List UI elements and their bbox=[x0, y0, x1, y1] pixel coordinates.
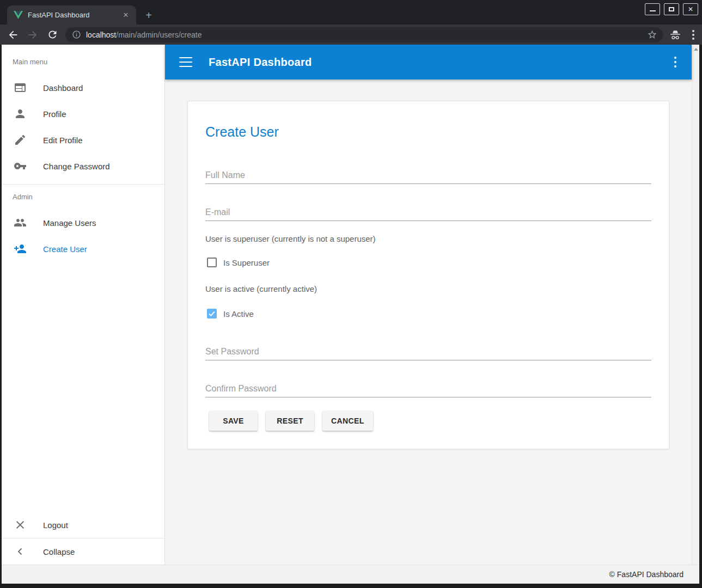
page-info-icon[interactable] bbox=[72, 30, 81, 39]
sidebar-item-dashboard[interactable]: Dashboard bbox=[2, 75, 164, 101]
maximize-button[interactable] bbox=[664, 3, 679, 15]
back-button[interactable] bbox=[7, 28, 20, 41]
sidebar-item-logout[interactable]: Logout bbox=[2, 512, 164, 538]
maximize-icon bbox=[669, 7, 674, 11]
sidebar-item-label: Collapse bbox=[43, 547, 75, 556]
sidebar-section-main-menu: Main menu bbox=[13, 56, 164, 68]
person-icon bbox=[14, 107, 27, 120]
incognito-icon bbox=[669, 29, 681, 40]
sidebar-item-label: Create User bbox=[43, 244, 87, 254]
browser-titlebar: FastAPI Dashboard ✕ + ✕ bbox=[0, 0, 702, 24]
minimize-button[interactable] bbox=[645, 3, 660, 15]
sidebar-item-label: Profile bbox=[43, 109, 66, 119]
sidebar-item-profile[interactable]: Profile bbox=[2, 101, 164, 127]
sidebar-item-label: Edit Profile bbox=[43, 136, 83, 145]
url-text: localhost/main/admin/users/create bbox=[86, 30, 647, 39]
arrow-back-icon bbox=[7, 29, 19, 41]
sidebar-item-label: Dashboard bbox=[43, 83, 83, 93]
browser-tab[interactable]: FastAPI Dashboard ✕ bbox=[7, 5, 136, 24]
browser-window: FastAPI Dashboard ✕ + ✕ localhost/main/a… bbox=[0, 0, 702, 588]
page-viewport: Main menu Dashboard Profile bbox=[2, 45, 699, 584]
close-button[interactable]: ✕ bbox=[683, 3, 698, 15]
superuser-note: User is superuser (currently is not a su… bbox=[205, 234, 651, 244]
sidebar-item-label: Logout bbox=[43, 520, 68, 530]
reload-button[interactable] bbox=[46, 28, 59, 41]
scrollbar[interactable] bbox=[692, 45, 699, 584]
scrollbar-up-icon[interactable] bbox=[692, 45, 700, 53]
url-path: /main/admin/users/create bbox=[116, 30, 202, 39]
reload-icon bbox=[47, 29, 58, 40]
copyright-text: © FastAPI Dashboard bbox=[609, 570, 683, 579]
sidebar-item-label: Manage Users bbox=[43, 218, 96, 228]
active-note: User is active (currently active) bbox=[205, 284, 651, 294]
form-buttons: SAVE RESET CANCEL bbox=[209, 411, 651, 431]
hamburger-menu-icon[interactable] bbox=[179, 57, 192, 67]
sidebar: Main menu Dashboard Profile bbox=[2, 45, 165, 565]
pencil-icon bbox=[14, 133, 27, 146]
chevron-left-icon bbox=[14, 545, 27, 558]
save-button[interactable]: SAVE bbox=[209, 411, 258, 431]
window-controls: ✕ bbox=[645, 3, 698, 15]
sidebar-bottom: Logout Collapse bbox=[2, 512, 164, 565]
page-title: Create User bbox=[205, 124, 651, 140]
close-icon: ✕ bbox=[688, 6, 693, 13]
reset-button[interactable]: RESET bbox=[266, 411, 314, 431]
vue-logo-icon bbox=[14, 11, 23, 19]
browser-toolbar: localhost/main/admin/users/create bbox=[0, 24, 702, 45]
people-icon bbox=[14, 216, 27, 229]
is-superuser-checkbox[interactable] bbox=[207, 258, 217, 267]
bookmark-star-icon[interactable] bbox=[647, 29, 657, 40]
url-host: localhost bbox=[86, 30, 116, 39]
address-bar[interactable]: localhost/main/admin/users/create bbox=[65, 27, 663, 42]
sidebar-item-create-user[interactable]: Create User bbox=[2, 236, 164, 262]
window-border-bottom bbox=[0, 584, 702, 588]
checkmark-icon bbox=[207, 309, 216, 318]
sidebar-item-change-password[interactable]: Change Password bbox=[2, 153, 164, 179]
sidebar-section-admin: Admin bbox=[13, 191, 164, 203]
main-area: FastAPI Dashboard Create User User is su… bbox=[165, 45, 692, 565]
is-active-checkbox[interactable] bbox=[207, 309, 217, 318]
minimize-icon bbox=[650, 10, 656, 11]
dashboard-icon bbox=[14, 81, 27, 94]
arrow-forward-icon bbox=[27, 29, 39, 41]
key-icon bbox=[14, 160, 27, 173]
sidebar-item-label: Change Password bbox=[43, 162, 110, 171]
email-input[interactable] bbox=[205, 204, 651, 221]
sidebar-item-manage-users[interactable]: Manage Users bbox=[2, 210, 164, 236]
toolbar-right bbox=[669, 29, 694, 40]
window-border-left bbox=[0, 45, 2, 588]
main-content: Create User User is superuser (currently… bbox=[165, 79, 692, 546]
app-bar-overflow-icon[interactable] bbox=[674, 57, 676, 68]
confirm-password-input[interactable] bbox=[205, 380, 651, 397]
app-bar-title: FastAPI Dashboard bbox=[209, 56, 312, 69]
create-user-card: Create User User is superuser (currently… bbox=[187, 101, 669, 449]
tab-title: FastAPI Dashboard bbox=[28, 11, 121, 19]
sidebar-divider bbox=[2, 184, 164, 185]
full-name-input[interactable] bbox=[205, 167, 651, 184]
cancel-button[interactable]: CANCEL bbox=[322, 411, 373, 431]
page-footer: © FastAPI Dashboard bbox=[2, 565, 699, 584]
set-password-input[interactable] bbox=[205, 343, 651, 360]
is-active-label: Is Active bbox=[223, 309, 254, 318]
person-add-icon bbox=[14, 242, 27, 255]
app-bar: FastAPI Dashboard bbox=[165, 45, 692, 79]
is-superuser-label: Is Superuser bbox=[223, 258, 270, 267]
sidebar-item-edit-profile[interactable]: Edit Profile bbox=[2, 127, 164, 153]
new-tab-button[interactable]: + bbox=[142, 9, 155, 22]
window-border-right bbox=[699, 45, 702, 588]
sidebar-item-collapse[interactable]: Collapse bbox=[2, 538, 164, 565]
tab-close-icon[interactable]: ✕ bbox=[121, 10, 131, 20]
browser-menu-button[interactable] bbox=[692, 30, 694, 40]
close-icon bbox=[14, 518, 27, 531]
forward-button[interactable] bbox=[26, 28, 39, 41]
